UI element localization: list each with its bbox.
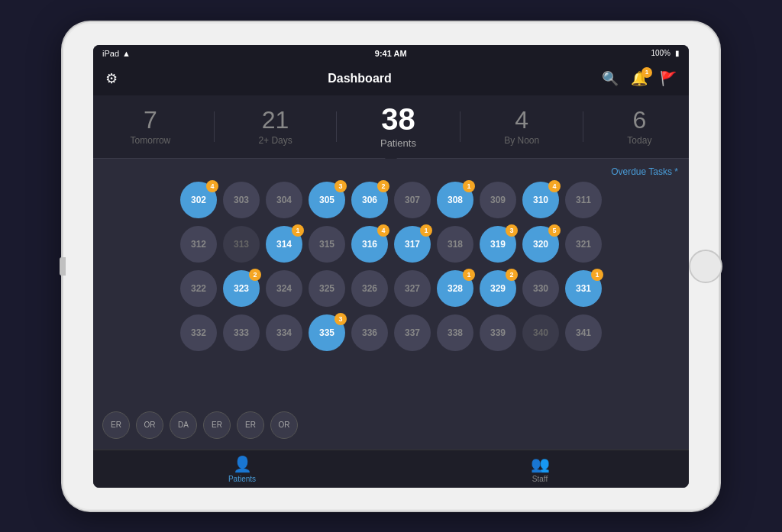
tab-staff[interactable]: 👥Staff: [391, 455, 689, 483]
stats-bar: 7 Tomorrow 21 2+ Days 38 Patients 4 By N…: [93, 95, 689, 158]
staff-4[interactable]: ER: [237, 411, 264, 439]
room-314[interactable]: 3141: [266, 226, 302, 263]
room-308[interactable]: 3081: [437, 182, 473, 218]
room-badge-328: 1: [463, 269, 475, 281]
home-button[interactable]: [689, 250, 722, 283]
room-309[interactable]: 309: [480, 182, 516, 218]
staff-5[interactable]: OR: [270, 411, 298, 439]
volume-button[interactable]: [60, 257, 66, 276]
stat-item-1[interactable]: 21 2+ Days: [258, 108, 292, 146]
bell-icon[interactable]: 🔔 1: [631, 70, 648, 87]
stat-number-0: 7: [144, 108, 157, 132]
staff-0[interactable]: ER: [102, 411, 130, 439]
room-318[interactable]: 318: [437, 226, 473, 263]
overdue-tasks-label[interactable]: Overdue Tasks *: [611, 166, 678, 177]
stats-divider-1: [214, 111, 215, 142]
stat-item-2[interactable]: 38 Patients: [380, 104, 416, 149]
stat-number-3: 4: [515, 108, 528, 132]
nav-title: Dashboard: [328, 72, 392, 85]
room-312[interactable]: 312: [180, 226, 217, 263]
stat-label-3: By Noon: [504, 135, 539, 146]
room-313[interactable]: 313: [223, 226, 260, 263]
tab-patients[interactable]: 👤Patients: [93, 455, 391, 483]
room-304[interactable]: 304: [266, 182, 302, 218]
room-327[interactable]: 327: [394, 270, 431, 307]
stats-divider-3: [460, 111, 460, 142]
room-335[interactable]: 3353: [309, 314, 345, 351]
device-frame: iPad ▲ 9:41 AM 100% ▮ ⚙ Dashboard 🔍 🔔 1 …: [63, 22, 719, 511]
flag-icon[interactable]: 🚩: [660, 70, 677, 87]
room-badge-316: 4: [377, 224, 389, 237]
room-badge-317: 1: [420, 224, 432, 237]
stat-item-0[interactable]: 7 Tomorrow: [131, 108, 171, 146]
staff-2[interactable]: DA: [170, 411, 197, 439]
settings-icon[interactable]: ⚙: [105, 70, 118, 87]
room-badge-314: 1: [292, 224, 304, 237]
room-310[interactable]: 3104: [522, 182, 559, 218]
room-334[interactable]: 334: [266, 314, 302, 351]
screen: iPad ▲ 9:41 AM 100% ▮ ⚙ Dashboard 🔍 🔔 1 …: [93, 45, 689, 488]
nav-bar: ⚙ Dashboard 🔍 🔔 1 🚩: [93, 62, 689, 95]
room-badge-308: 1: [463, 180, 475, 192]
room-306[interactable]: 3062: [351, 182, 388, 218]
tab-icon-1: 👥: [531, 455, 550, 473]
room-332[interactable]: 332: [180, 314, 217, 351]
room-322[interactable]: 322: [180, 270, 217, 307]
room-row-1: 31231331413153164317131831933205321: [102, 226, 680, 263]
room-338[interactable]: 338: [437, 314, 473, 351]
room-row-2: 3223232324325326327328132923303311: [102, 270, 680, 307]
tab-label-1: Staff: [532, 475, 548, 483]
stat-number-1: 21: [262, 108, 289, 132]
staff-1[interactable]: OR: [136, 411, 163, 439]
stat-label-4: Today: [627, 135, 651, 146]
room-337[interactable]: 337: [394, 314, 431, 351]
room-331[interactable]: 3311: [565, 270, 602, 307]
room-317[interactable]: 3171: [394, 226, 431, 263]
tab-icon-0: 👤: [233, 455, 252, 473]
search-icon[interactable]: 🔍: [602, 70, 619, 87]
status-bar: iPad ▲ 9:41 AM 100% ▮: [93, 45, 689, 62]
stat-label-2: Patients: [380, 137, 416, 149]
room-340[interactable]: 340: [522, 314, 559, 351]
room-302[interactable]: 3024: [180, 182, 217, 218]
room-324[interactable]: 324: [266, 270, 302, 307]
room-badge-329: 2: [506, 269, 518, 281]
status-time: 9:41 AM: [375, 49, 407, 58]
stat-item-4[interactable]: 6 Today: [627, 108, 651, 146]
room-315[interactable]: 315: [309, 226, 345, 263]
room-319[interactable]: 3193: [480, 226, 516, 263]
stat-number-4: 6: [632, 108, 646, 132]
room-341[interactable]: 341: [565, 314, 602, 351]
staff-3[interactable]: ER: [203, 411, 231, 439]
room-badge-306: 2: [377, 180, 389, 192]
stats-divider-4: [583, 111, 583, 142]
room-badge-302: 4: [206, 180, 218, 192]
room-316[interactable]: 3164: [351, 226, 388, 263]
room-333[interactable]: 333: [223, 314, 260, 351]
staff-row: ERORDAEREROR: [102, 411, 298, 439]
room-303[interactable]: 303: [223, 182, 260, 218]
room-307[interactable]: 307: [394, 182, 431, 218]
room-329[interactable]: 3292: [480, 270, 516, 307]
room-328[interactable]: 3281: [437, 270, 473, 307]
room-321[interactable]: 321: [565, 226, 602, 263]
room-330[interactable]: 330: [522, 270, 559, 307]
room-323[interactable]: 3232: [223, 270, 260, 307]
room-336[interactable]: 336: [351, 314, 388, 351]
room-badge-320: 5: [548, 224, 561, 237]
nav-icons: 🔍 🔔 1 🚩: [602, 70, 677, 87]
stat-number-2: 38: [381, 104, 415, 134]
battery-label: 100%: [651, 49, 671, 57]
room-305[interactable]: 3053: [309, 182, 345, 218]
tab-bar: 👤Patients👥Staff: [93, 450, 689, 488]
room-311[interactable]: 311: [565, 182, 602, 218]
stat-item-3[interactable]: 4 By Noon: [504, 108, 539, 146]
room-339[interactable]: 339: [480, 314, 516, 351]
room-badge-310: 4: [548, 180, 561, 192]
room-325[interactable]: 325: [309, 270, 345, 307]
room-320[interactable]: 3205: [522, 226, 559, 263]
room-row-3: 3323333343353336337338339340341: [102, 314, 680, 351]
bell-badge: 1: [641, 67, 652, 78]
room-326[interactable]: 326: [351, 270, 388, 307]
status-left: iPad ▲: [102, 49, 131, 58]
